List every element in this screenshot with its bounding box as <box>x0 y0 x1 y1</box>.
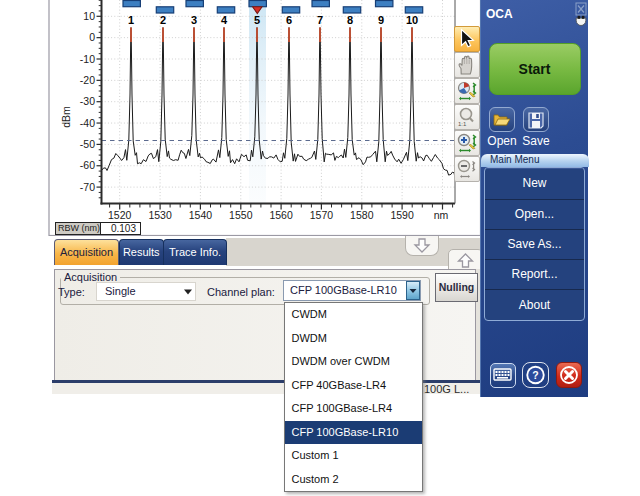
svg-text:-70: -70 <box>80 181 95 193</box>
svg-text:-10: -10 <box>80 53 95 65</box>
svg-text:-60: -60 <box>80 159 95 171</box>
svg-text:-30: -30 <box>80 95 95 107</box>
svg-text:1540: 1540 <box>189 209 213 221</box>
svg-text:1:1: 1:1 <box>458 121 467 127</box>
svg-text:?: ? <box>532 369 538 381</box>
svg-text:1570: 1570 <box>310 209 334 221</box>
svg-text:7: 7 <box>317 14 323 26</box>
svg-text:1: 1 <box>128 14 134 26</box>
svg-text:3: 3 <box>191 14 197 26</box>
svg-text:8: 8 <box>347 14 353 26</box>
svg-text:10: 10 <box>406 14 418 26</box>
svg-text:2: 2 <box>160 14 166 26</box>
svg-text:4: 4 <box>221 14 228 26</box>
svg-text:1520: 1520 <box>108 209 132 221</box>
svg-text:1530: 1530 <box>148 209 172 221</box>
svg-text:nm: nm <box>434 209 449 221</box>
svg-text:10: 10 <box>83 10 95 22</box>
svg-text:5: 5 <box>254 14 260 26</box>
svg-text:1580: 1580 <box>350 209 374 221</box>
svg-text:dBm: dBm <box>60 106 72 128</box>
svg-text:-50: -50 <box>80 138 95 150</box>
svg-text:-40: -40 <box>80 117 95 129</box>
svg-text:0: 0 <box>89 31 95 43</box>
svg-text:6: 6 <box>286 14 292 26</box>
svg-text:1560: 1560 <box>269 209 293 221</box>
svg-text:1590: 1590 <box>390 209 414 221</box>
svg-text:9: 9 <box>378 14 384 26</box>
svg-text:1550: 1550 <box>229 209 253 221</box>
svg-text:-20: -20 <box>80 74 95 86</box>
